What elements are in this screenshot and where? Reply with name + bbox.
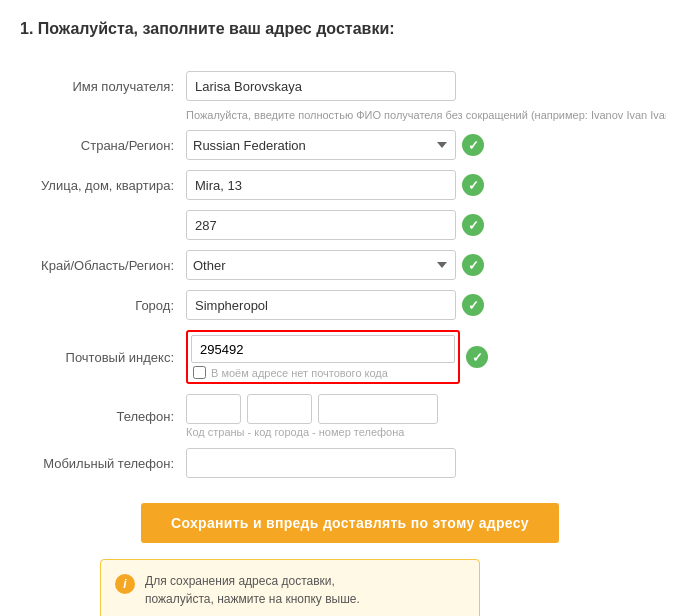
region-select-wrapper: Other bbox=[186, 250, 674, 280]
page-wrapper: 1. Пожалуйста, заполните ваш адрес доста… bbox=[0, 0, 700, 616]
recipient-label: Имя получателя: bbox=[20, 66, 180, 106]
phone-input-cell: Код страны - код города - номер телефона bbox=[180, 389, 680, 443]
city-row: Город: bbox=[20, 285, 680, 325]
recipient-input-cell bbox=[180, 66, 680, 106]
phone-label: Телефон: bbox=[20, 389, 180, 443]
form-table: Имя получателя: Пожалуйста, введите полн… bbox=[20, 66, 680, 483]
phone-inputs-row bbox=[186, 394, 674, 424]
mobile-input-cell bbox=[180, 443, 680, 483]
mobile-input[interactable] bbox=[186, 448, 456, 478]
street-check-icon bbox=[462, 174, 484, 196]
mobile-row: Мобильный телефон: bbox=[20, 443, 680, 483]
city-input-wrapper bbox=[186, 290, 674, 320]
mobile-label: Мобильный телефон: bbox=[20, 443, 180, 483]
phone-city-input[interactable] bbox=[247, 394, 312, 424]
info-box: Для сохранения адреса доставки,пожалуйст… bbox=[100, 559, 480, 616]
region-label: Край/Область/Регион: bbox=[20, 245, 180, 285]
no-zip-row: В моём адресе нет почтового кода bbox=[191, 366, 455, 379]
phone-country-input[interactable] bbox=[186, 394, 241, 424]
section-title: 1. Пожалуйста, заполните ваш адрес доста… bbox=[20, 20, 680, 46]
zip-label: Почтовый индекс: bbox=[20, 325, 180, 389]
country-select[interactable]: Russian Federation bbox=[186, 130, 456, 160]
region-select[interactable]: Other bbox=[186, 250, 456, 280]
city-input[interactable] bbox=[186, 290, 456, 320]
country-row: Страна/Регион: Russian Federation bbox=[20, 125, 680, 165]
region-row: Край/Область/Регион: Other bbox=[20, 245, 680, 285]
recipient-input-wrapper bbox=[186, 71, 674, 101]
zip-input-cell: В моём адресе нет почтового кода bbox=[180, 325, 680, 389]
street2-input[interactable] bbox=[186, 210, 456, 240]
recipient-input[interactable] bbox=[186, 71, 456, 101]
city-label: Город: bbox=[20, 285, 180, 325]
no-zip-label: В моём адресе нет почтового кода bbox=[211, 367, 388, 379]
city-input-cell bbox=[180, 285, 680, 325]
street2-check-icon bbox=[462, 214, 484, 236]
street-input-cell bbox=[180, 165, 680, 205]
region-input-cell: Other bbox=[180, 245, 680, 285]
save-btn-row: Сохранить и впредь доставлять по этому а… bbox=[20, 503, 680, 543]
zip-input[interactable] bbox=[191, 335, 455, 363]
zip-row: Почтовый индекс: В моём адресе нет почто… bbox=[20, 325, 680, 389]
no-zip-checkbox[interactable] bbox=[193, 366, 206, 379]
zip-red-border: В моём адресе нет почтового кода bbox=[186, 330, 460, 384]
street2-input-wrapper bbox=[186, 210, 674, 240]
country-check-icon bbox=[462, 134, 484, 156]
info-text: Для сохранения адреса доставки,пожалуйст… bbox=[145, 572, 360, 608]
phone-hint: Код страны - код города - номер телефона bbox=[186, 426, 674, 438]
info-icon bbox=[115, 574, 135, 594]
street-input[interactable] bbox=[186, 170, 456, 200]
phone-row: Телефон: Код страны - код города - номер… bbox=[20, 389, 680, 443]
country-select-wrapper: Russian Federation bbox=[186, 130, 674, 160]
street-label: Улица, дом, квартира: bbox=[20, 165, 180, 205]
street2-row bbox=[20, 205, 680, 245]
country-input-cell: Russian Federation bbox=[180, 125, 680, 165]
street-row: Улица, дом, квартира: bbox=[20, 165, 680, 205]
street-input-wrapper bbox=[186, 170, 674, 200]
zip-check-icon bbox=[466, 346, 488, 368]
recipient-row: Имя получателя: bbox=[20, 66, 680, 106]
recipient-hint: Пожалуйста, введите полностью ФИО получа… bbox=[186, 109, 666, 121]
country-label: Страна/Регион: bbox=[20, 125, 180, 165]
region-check-icon bbox=[462, 254, 484, 276]
recipient-hint-row: Пожалуйста, введите полностью ФИО получа… bbox=[20, 106, 680, 125]
phone-number-input[interactable] bbox=[318, 394, 438, 424]
zip-input-wrapper: В моём адресе нет почтового кода bbox=[186, 330, 674, 384]
phone-fields-wrapper: Код страны - код города - номер телефона bbox=[186, 394, 674, 438]
city-check-icon bbox=[462, 294, 484, 316]
save-button[interactable]: Сохранить и впредь доставлять по этому а… bbox=[141, 503, 559, 543]
street2-input-cell bbox=[180, 205, 680, 245]
zip-top bbox=[191, 335, 455, 363]
